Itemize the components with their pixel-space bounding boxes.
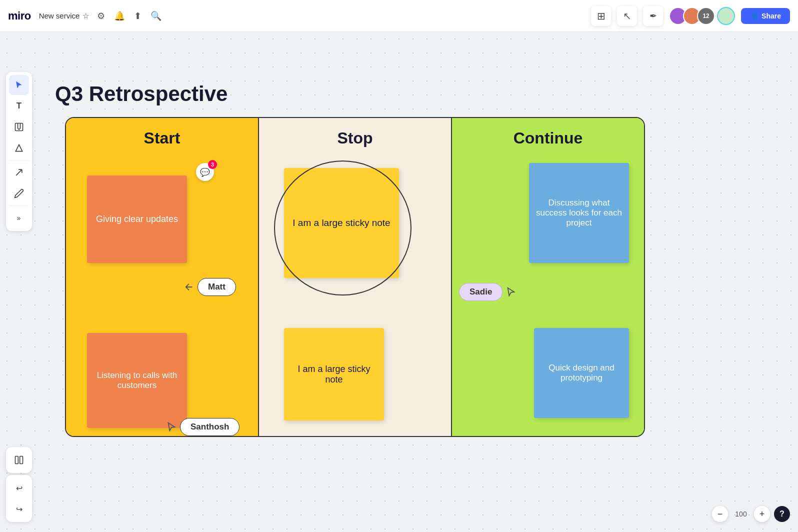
matt-label: Matt <box>198 278 236 296</box>
cursor-tool-btn[interactable]: ↖ <box>617 6 637 26</box>
board-title: Q3 Retrospective <box>55 82 228 106</box>
help-button[interactable]: ? <box>774 506 790 522</box>
sticky-orange-2[interactable]: Listening to calls with customers <box>87 333 187 428</box>
redo-btn[interactable]: ↪ <box>9 499 29 519</box>
cursor-tool[interactable] <box>9 75 29 95</box>
col-continue: Continue Sadie Discussing what success l… <box>452 118 644 436</box>
sadie-cursor-area: Sadie <box>459 283 516 301</box>
text-tool[interactable]: T <box>9 96 29 116</box>
topbar-left: miro New service ☆ ⚙ 🔔 ⬆ 🔍 <box>8 10 591 22</box>
pen-tool-btn[interactable]: ✒ <box>643 6 663 26</box>
share-button[interactable]: 👤 Share <box>741 8 790 24</box>
sticky-blue-1[interactable]: Discussing what success looks for each p… <box>529 163 629 263</box>
left-toolbar: T » <box>6 72 32 231</box>
undo-icon: ↩ <box>16 484 22 493</box>
comment-bubble[interactable]: 💬 3 <box>196 163 214 181</box>
shape-tool[interactable] <box>9 138 29 158</box>
share-icon: 👤 <box>750 12 758 20</box>
settings-icon[interactable]: ⚙ <box>97 10 105 22</box>
panels-group <box>6 447 32 473</box>
help-icon: ? <box>780 510 784 518</box>
col-start-header: Start <box>66 118 258 156</box>
star-icon[interactable]: ☆ <box>82 12 89 20</box>
board-name-area[interactable]: New service ☆ <box>39 12 90 20</box>
matt-cursor-area: Matt <box>184 278 236 296</box>
arrow-tool[interactable] <box>9 162 29 182</box>
arrow-cursor-left <box>184 282 194 292</box>
comment-icon: 💬 <box>200 168 210 177</box>
col-stop: Stop I am a large sticky note I am a lar… <box>259 118 452 436</box>
miro-logo: miro <box>8 10 31 22</box>
avatar-user-me <box>717 7 735 25</box>
retro-frame: Start 💬 3 Giving clear updates Matt <box>65 117 645 437</box>
undo-btn[interactable]: ↩ <box>9 478 29 498</box>
col-start: Start 💬 3 Giving clear updates Matt <box>66 118 259 436</box>
notifications-icon[interactable]: 🔔 <box>114 10 125 22</box>
zoom-controls: − 100 + ? <box>712 506 790 522</box>
comment-count: 3 <box>208 160 217 169</box>
santhosh-label: Santhosh <box>180 418 240 436</box>
text-icon: T <box>16 101 22 111</box>
sticky-blue-2[interactable]: Quick design and prototyping <box>534 328 629 418</box>
undo-redo-group: ↩ ↪ <box>6 475 32 522</box>
pen-tool[interactable] <box>9 184 29 204</box>
col-stop-header: Stop <box>259 118 451 156</box>
topbar-right: ⊞ ↖ ✒ 12 👤 Share <box>591 6 790 26</box>
avatar-group: 12 <box>669 7 715 25</box>
arrow-cursor-santhosh <box>166 422 177 432</box>
panels-toggle[interactable] <box>9 450 29 470</box>
more-icon: » <box>17 214 22 222</box>
zoom-minus-btn[interactable]: − <box>712 506 728 522</box>
sticky-yellow-2[interactable]: I am a large sticky note <box>284 328 384 420</box>
redo-icon: ↪ <box>16 504 22 514</box>
arrow-cursor-sadie <box>506 286 516 298</box>
bottom-left-toolbar: ↩ ↪ <box>6 447 32 522</box>
col-continue-header: Continue <box>452 118 644 156</box>
ellipse-annotation <box>274 160 412 296</box>
sticky-orange-1[interactable]: Giving clear updates <box>87 176 187 263</box>
santhosh-cursor-area: Santhosh <box>166 418 240 436</box>
search-icon[interactable]: 🔍 <box>150 10 162 22</box>
sticky-tool[interactable] <box>9 117 29 137</box>
svg-rect-2 <box>20 456 23 464</box>
canvas[interactable]: T » <box>0 32 798 532</box>
board-title-label: New service <box>39 12 80 20</box>
sadie-label: Sadie <box>459 283 502 301</box>
grid-tool-btn[interactable]: ⊞ <box>591 6 611 26</box>
upload-icon[interactable]: ⬆ <box>134 10 142 22</box>
avatar-count[interactable]: 12 <box>697 7 715 25</box>
svg-rect-1 <box>16 456 18 464</box>
minus-icon: − <box>718 509 723 520</box>
topbar-icons: ⚙ 🔔 ⬆ 🔍 <box>97 10 162 22</box>
topbar: miro New service ☆ ⚙ 🔔 ⬆ 🔍 ⊞ ↖ ✒ 12 👤 Sh <box>0 0 798 32</box>
more-tools[interactable]: » <box>9 208 29 228</box>
zoom-level: 100 <box>732 510 750 518</box>
zoom-plus-btn[interactable]: + <box>754 506 770 522</box>
toolbar-group-main: T » <box>6 72 32 231</box>
plus-icon: + <box>760 509 765 520</box>
